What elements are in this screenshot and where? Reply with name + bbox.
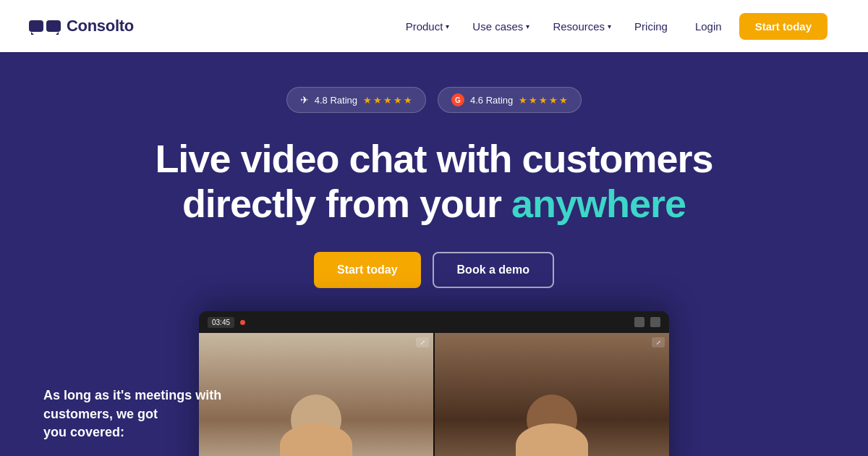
nav-item-usecases[interactable]: Use cases ▾ <box>462 14 540 38</box>
g2-score: 4.6 Rating <box>470 95 513 106</box>
capterra-rating-badge: ✈ 4.8 Rating ★ ★ ★ ★ ★ <box>286 87 426 113</box>
bottom-left-text: As long as it's meetings with customers,… <box>43 387 289 442</box>
star-1: ★ <box>519 95 527 106</box>
navbar: Consolto Product ▾ Use cases ▾ Resources… <box>0 0 868 52</box>
chevron-down-icon: ▾ <box>608 22 611 30</box>
headline-highlight: anywhere <box>511 182 686 225</box>
star-2: ★ <box>373 95 382 106</box>
chevron-down-icon: ▾ <box>446 22 449 30</box>
nav-item-pricing[interactable]: Pricing <box>624 14 678 38</box>
logo[interactable]: Consolto <box>29 17 134 35</box>
star-5: ★ <box>404 95 412 106</box>
g2-icon: G <box>451 93 464 106</box>
login-button[interactable]: Login <box>681 14 736 38</box>
video-cell-right: ⤢ <box>433 333 669 456</box>
star-1: ★ <box>363 95 372 106</box>
recording-indicator <box>240 320 245 325</box>
capterra-score: 4.8 Rating <box>315 95 357 106</box>
face-sim-right <box>527 394 577 445</box>
hero-ctas: Start today Book a demo <box>314 252 554 288</box>
star-4: ★ <box>549 95 558 106</box>
logo-bubble-left <box>29 20 43 32</box>
expand-overlay-icon-right: ⤢ <box>652 337 665 347</box>
g2-stars: ★ ★ ★ ★ ★ <box>519 95 568 106</box>
chevron-down-icon: ▾ <box>526 22 529 30</box>
nav-cta-button[interactable]: Start today <box>739 13 827 40</box>
headline-line2-static: directly from your <box>182 182 511 225</box>
person-video-right <box>435 333 669 456</box>
headline-line1: Live video chat with customers <box>155 137 712 180</box>
book-demo-button[interactable]: Book a demo <box>433 252 554 288</box>
logo-text: Consolto <box>67 17 134 35</box>
close-icon <box>650 317 660 327</box>
capterra-stars: ★ ★ ★ ★ ★ <box>363 95 412 106</box>
star-2: ★ <box>529 95 537 106</box>
star-3: ★ <box>539 95 548 106</box>
star-3: ★ <box>383 95 392 106</box>
star-4: ★ <box>393 95 402 106</box>
nav-links: Product ▾ Use cases ▾ Resources ▾ Pricin… <box>396 13 827 40</box>
expand-overlay-icon: ⤢ <box>416 337 429 347</box>
face-sim-left <box>291 394 341 445</box>
bottom-text: As long as it's meetings with customers,… <box>43 387 289 442</box>
logo-bubble-right <box>46 20 61 32</box>
expand-icon <box>634 317 644 327</box>
video-timer: 03:45 <box>208 317 234 328</box>
hero-headline: Live video chat with customers directly … <box>126 136 741 226</box>
start-today-button[interactable]: Start today <box>314 252 421 288</box>
nav-item-product[interactable]: Product ▾ <box>396 14 460 38</box>
nav-item-resources[interactable]: Resources ▾ <box>542 14 621 38</box>
video-topbar: 03:45 <box>199 311 669 333</box>
headline-text: Live video chat with customers directly … <box>155 136 712 226</box>
ratings-row: ✈ 4.8 Rating ★ ★ ★ ★ ★ G 4.6 Rating ★ ★ … <box>286 87 582 113</box>
hero-section: ✈ 4.8 Rating ★ ★ ★ ★ ★ G 4.6 Rating ★ ★ … <box>0 52 868 456</box>
g2-rating-badge: G 4.6 Rating ★ ★ ★ ★ ★ <box>438 87 582 113</box>
logo-icon <box>29 20 61 32</box>
star-half: ★ <box>559 95 568 106</box>
topbar-icons <box>634 317 660 327</box>
capterra-icon: ✈ <box>300 94 309 106</box>
